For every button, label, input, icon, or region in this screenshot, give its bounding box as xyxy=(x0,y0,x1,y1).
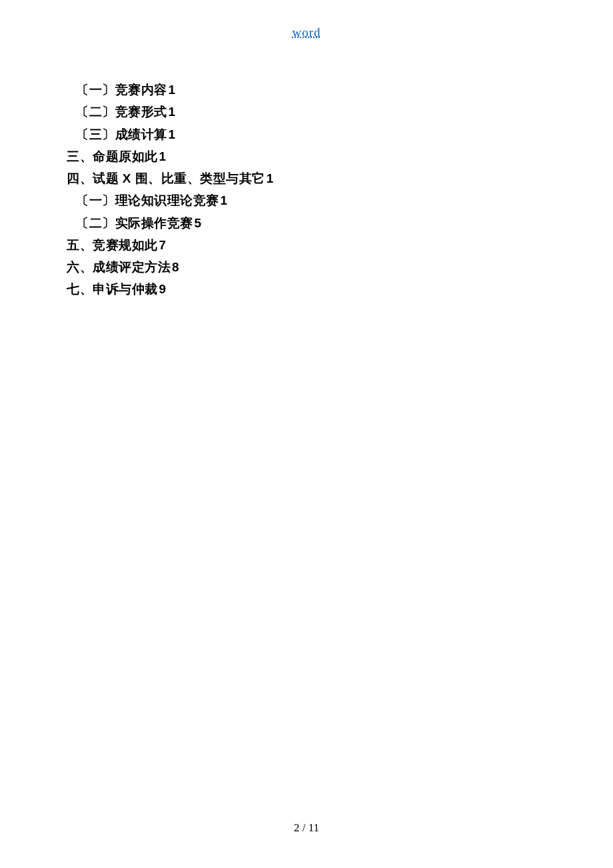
toc-text-pre: 四、试题 xyxy=(67,171,123,185)
toc-item: 〔一〕竞赛内容1 xyxy=(67,79,546,101)
toc-page: 1 xyxy=(221,193,228,207)
toc-item: 〔三〕成绩计算1 xyxy=(67,123,546,145)
toc-text: 六、成绩评定方法 xyxy=(67,260,171,274)
toc-page: 1 xyxy=(159,149,167,163)
toc-item: 〔二〕竞赛形式1 xyxy=(67,101,546,123)
toc-text: 七、申诉与仲裁 xyxy=(67,282,158,296)
header-link-text[interactable]: word xyxy=(292,25,320,39)
toc-text-post: 围、比重、类型与其它 xyxy=(131,171,265,185)
toc-page: 5 xyxy=(195,216,202,230)
toc-x: X xyxy=(123,171,131,185)
toc-item: 〔二〕实际操作竞赛5 xyxy=(67,212,546,234)
toc-page: 7 xyxy=(159,238,167,252)
toc-text: 〔二〕实际操作竞赛 xyxy=(76,216,193,230)
total-pages: 11 xyxy=(308,821,319,834)
toc-page: 8 xyxy=(172,260,179,274)
toc-text: 〔一〕理论知识理论竞赛 xyxy=(76,193,219,207)
toc-page: 1 xyxy=(169,83,176,97)
toc-item: 四、试题 X 围、比重、类型与其它1 xyxy=(67,167,546,189)
toc-page: 1 xyxy=(169,127,176,141)
toc-item: 五、竞赛规如此7 xyxy=(67,234,546,256)
toc-page: 1 xyxy=(267,171,274,185)
toc-item: 六、成绩评定方法8 xyxy=(67,256,546,278)
toc-page: 9 xyxy=(159,282,167,296)
toc-text: 三、命题原如此 xyxy=(67,149,158,163)
toc-text: 〔二〕竞赛形式 xyxy=(76,105,167,119)
toc-text: 〔一〕竞赛内容 xyxy=(76,83,167,97)
table-of-contents: 〔一〕竞赛内容1 〔二〕竞赛形式1 〔三〕成绩计算1 三、命题原如此1 四、试题… xyxy=(67,79,546,301)
page-separator: / xyxy=(299,821,308,834)
toc-page: 1 xyxy=(169,105,176,119)
toc-item: 七、申诉与仲裁9 xyxy=(67,278,546,300)
page-footer: 2 / 11 xyxy=(0,821,613,835)
header-link: word xyxy=(67,25,546,40)
toc-text: 五、竞赛规如此 xyxy=(67,238,158,252)
toc-item: 〔一〕理论知识理论竞赛1 xyxy=(67,189,546,211)
toc-text: 〔三〕成绩计算 xyxy=(76,127,167,141)
toc-item: 三、命题原如此1 xyxy=(67,145,546,167)
document-page: word 〔一〕竞赛内容1 〔二〕竞赛形式1 〔三〕成绩计算1 三、命题原如此1… xyxy=(0,0,613,868)
